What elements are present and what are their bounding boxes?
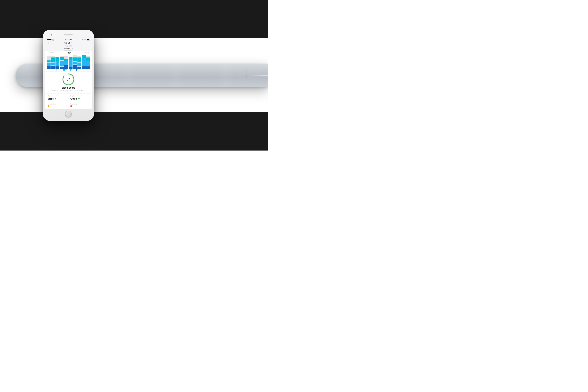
- phone-container: 📶 9:41 AM 100% ← SLEEP August 18: [43, 30, 94, 121]
- legend-deep: Deep: [76, 69, 81, 70]
- score-number: 84: [66, 77, 70, 81]
- sleep-end-time: 7:45AM: [84, 52, 89, 54]
- stat-duration-dot: [55, 98, 56, 99]
- sleep-pad-container: withings: [0, 54, 268, 97]
- chart-bar-6: [68, 55, 72, 68]
- battery-pct: 100%: [82, 39, 86, 40]
- status-signal: 📶: [47, 39, 54, 40]
- tab-bar[interactable]: Last Night: [45, 47, 92, 50]
- legend-rem-label: REM: [65, 69, 68, 70]
- legend-rem: REM: [63, 69, 68, 70]
- tab-label[interactable]: Last Night: [64, 47, 73, 50]
- date-text: August 18: [65, 45, 72, 47]
- battery-tip: [90, 39, 90, 40]
- phone-top-bar: [45, 32, 92, 38]
- legend-light: Light: [70, 69, 74, 70]
- stats-grid: Duration 7h54 Depth Good: [45, 93, 92, 102]
- chart-bar-1: [47, 55, 50, 68]
- stat-depth-dot: [78, 98, 80, 99]
- date-section: August 18: [45, 45, 92, 47]
- legend-deep-label: Deep: [78, 69, 81, 70]
- chart-bar-7: [73, 55, 77, 68]
- chart-legend: Awake REM Light Deep: [45, 68, 92, 71]
- app-title: SLEEP: [64, 42, 72, 44]
- phone-bottom: [45, 109, 92, 118]
- phone-speaker: [64, 34, 73, 35]
- stat-duration-label: Duration: [48, 95, 67, 97]
- chart-bar-9: [82, 55, 86, 68]
- signal-dot-2: [48, 39, 49, 40]
- stat-depth-label: Depth: [70, 95, 89, 97]
- phone-camera: [50, 34, 52, 36]
- legend-light-label: Light: [71, 69, 74, 70]
- stat-duration-value: 7h54: [48, 97, 54, 100]
- wifi-icon: 📶: [52, 39, 54, 40]
- home-button[interactable]: [65, 111, 72, 118]
- stat-depth-value-row: Good: [70, 97, 89, 100]
- legend-awake: Awake: [56, 69, 62, 70]
- stat-depth-value: Good: [70, 97, 77, 100]
- tab-underline: [64, 50, 73, 50]
- stat-regularity-dot-row: [70, 105, 89, 107]
- stat-interruptions-dot-row: [48, 105, 67, 107]
- status-time: 9:41 AM: [65, 38, 72, 40]
- dark-band-top: [0, 0, 268, 38]
- legend-awake-label: Awake: [58, 69, 62, 70]
- stat-interruptions-dot: [48, 105, 50, 107]
- stat-interruptions-label: Interruptions: [48, 103, 67, 105]
- chart-bar-4: [60, 55, 64, 68]
- signal-dot-4: [50, 39, 51, 40]
- status-bar: 📶 9:41 AM 100%: [45, 38, 92, 41]
- stat-regularity-label: Regularity: [70, 103, 89, 105]
- chart-bar-8: [78, 55, 81, 68]
- sleep-duration: 7h54: [66, 52, 71, 54]
- stat-interruptions: Interruptions: [48, 103, 68, 107]
- signal-dot-3: [49, 39, 50, 40]
- stat-regularity-dot: [70, 105, 72, 107]
- score-circle: 84: [62, 73, 75, 86]
- chart-bar-2: [51, 55, 55, 68]
- sleep-score-section: 84 Sleep Score You've had a restful nigh…: [45, 71, 92, 93]
- cable: [252, 75, 268, 76]
- chart-bar-3: [56, 55, 60, 68]
- score-title: Sleep Score: [62, 86, 75, 89]
- phone-screen: 📶 9:41 AM 100% ← SLEEP August 18: [45, 38, 92, 109]
- stat-duration: Duration 7h54: [48, 95, 68, 100]
- signal-dot-5: [51, 39, 52, 40]
- stat-duration-value-row: 7h54: [48, 97, 67, 100]
- battery-fill: [87, 39, 90, 40]
- phone-frame: 📶 9:41 AM 100% ← SLEEP August 18: [43, 30, 94, 121]
- chart-bar-10: [86, 55, 90, 68]
- sleep-chart: [45, 54, 92, 68]
- score-subtitle: You've had a restful night. Here is a br…: [52, 90, 85, 92]
- app-header: ← SLEEP: [45, 41, 92, 45]
- tab-last-night[interactable]: Last Night: [64, 47, 73, 50]
- stat-regularity: Regularity: [68, 103, 89, 107]
- battery-container: 100%: [82, 39, 90, 40]
- bottom-stats: Interruptions Regularity: [45, 102, 92, 109]
- stat-depth: Depth Good: [68, 95, 89, 100]
- signal-dot-1: [47, 39, 48, 40]
- chart-bar-5: [64, 55, 68, 68]
- withings-brand-text: withings: [245, 70, 247, 81]
- dark-band-bottom: [0, 112, 268, 150]
- battery-icon: [87, 39, 90, 40]
- sleep-start-time: 11:49PM: [48, 52, 54, 54]
- back-arrow[interactable]: ←: [48, 41, 50, 45]
- time-row: 11:49PM 7h54 7:45AM: [45, 51, 92, 54]
